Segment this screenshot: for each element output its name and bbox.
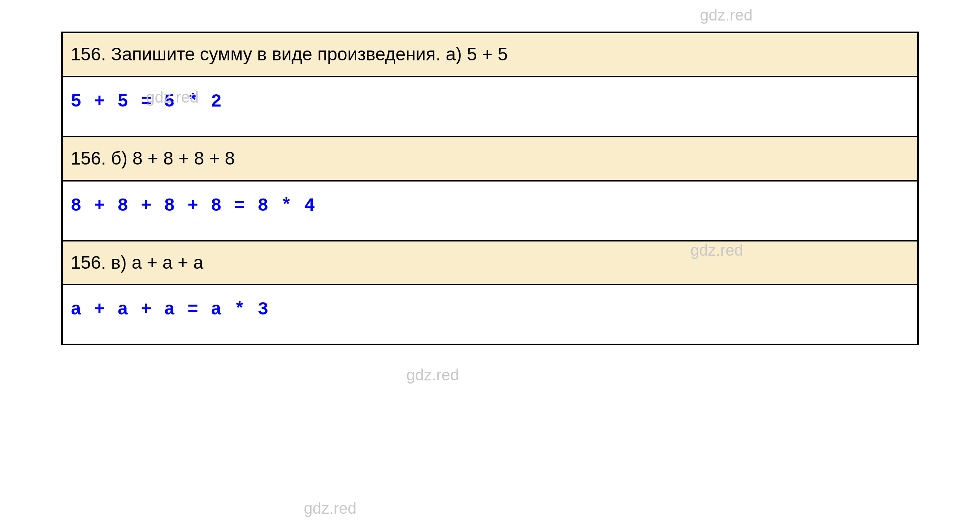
exercise-table: 156. Запишите сумму в виде произведения.… [61, 32, 919, 345]
question-text: 156. в) а + а + а [71, 251, 909, 275]
answer-text: 8 + 8 + 8 + 8 = 8 * 4 [71, 196, 909, 216]
table-row: 5 + 5 = 5 * 2 [63, 77, 917, 137]
table-row: 156. Запишите сумму в виде произведения.… [63, 33, 917, 77]
watermark-text: gdz.red [406, 366, 459, 384]
table-row: 156. б) 8 + 8 + 8 + 8 [63, 137, 917, 182]
question-text: 156. б) 8 + 8 + 8 + 8 [71, 147, 909, 170]
answer-text: 5 + 5 = 5 * 2 [71, 92, 909, 112]
question-text: 156. Запишите сумму в виде произведения.… [71, 43, 909, 66]
watermark-text: gdz.red [304, 500, 356, 517]
table-row: 156. в) а + а + а [63, 241, 917, 286]
answer-text: а + а + а = а * 3 [71, 299, 909, 320]
watermark-text: gdz.red [700, 6, 752, 24]
table-row: 8 + 8 + 8 + 8 = 8 * 4 [63, 182, 917, 241]
table-row: а + а + а = а * 3 [63, 285, 917, 344]
